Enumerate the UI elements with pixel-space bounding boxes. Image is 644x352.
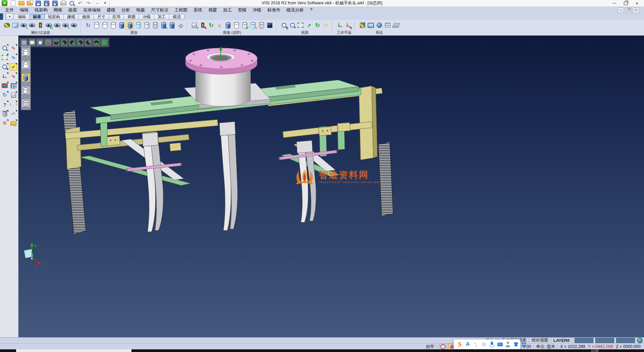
mesh-mode-icon[interactable] — [151, 21, 159, 30]
view-iso-cube[interactable] — [101, 39, 108, 46]
white-image-icon[interactable] — [232, 21, 240, 30]
minimize-button[interactable] — [608, 0, 620, 6]
select-window-icon[interactable] — [1, 54, 8, 61]
viewport-axis-icon[interactable] — [45, 39, 52, 46]
toolbar-options-icon[interactable]: ▼ — [102, 0, 108, 6]
snap-record-icon[interactable] — [439, 344, 447, 350]
mesh-image-icon[interactable] — [258, 21, 265, 30]
toolbar-tab[interactable]: 模流 — [169, 14, 184, 20]
shaded-edges-mode-icon[interactable] — [126, 21, 134, 30]
wireframe-mode-icon[interactable] — [93, 21, 100, 30]
dashed-hidden-mode-icon[interactable] — [109, 21, 117, 30]
toolbar-tab[interactable]: 编辑 — [14, 14, 30, 20]
sketch-curve-icon[interactable]: ∿ — [10, 54, 17, 61]
menu-item[interactable]: ? — [307, 7, 315, 13]
view-orientation-icon[interactable]: ☺ — [322, 21, 330, 30]
display-shaded-icon[interactable] — [22, 74, 30, 82]
taskbar-window-button[interactable] — [16, 349, 131, 352]
save-all-icon[interactable]: ↻ — [52, 0, 58, 6]
toolbar-tab[interactable]: 冲模 — [139, 14, 154, 20]
recent-files-icon[interactable]: ◔ — [94, 0, 100, 6]
ime-mode-icon[interactable]: A — [465, 341, 471, 348]
menu-item[interactable]: 标准件 — [264, 7, 283, 13]
shaded-image-icon[interactable] — [224, 21, 232, 30]
filter-traffic-light-icon[interactable] — [37, 21, 44, 30]
menu-item[interactable]: 尺寸标注 — [148, 7, 171, 13]
open-file-icon[interactable] — [18, 0, 24, 6]
flat-shaded-mode-icon[interactable] — [143, 21, 151, 30]
save-icon[interactable] — [35, 0, 41, 6]
menu-item[interactable]: 实体编辑 — [80, 7, 104, 13]
view-right-cube[interactable] — [69, 39, 76, 46]
zoom-window-icon[interactable] — [297, 21, 305, 30]
transparent-mode-icon[interactable] — [135, 21, 142, 30]
regen-graphics-icon[interactable]: ↻ — [84, 21, 92, 30]
menu-item[interactable]: 加工 — [220, 7, 235, 13]
view-bottom-cube[interactable] — [93, 39, 100, 46]
close-button[interactable]: × — [631, 0, 643, 6]
apply-graphics-icon[interactable]: → — [168, 21, 176, 30]
view-left-cube[interactable] — [77, 39, 84, 46]
toolbar-tab[interactable]: 标准 — [30, 14, 45, 20]
toolbar-tab[interactable]: 曲面 — [79, 14, 94, 20]
zoom-extents-icon[interactable] — [288, 21, 296, 30]
menu-item[interactable]: 编辑 — [17, 7, 32, 13]
display-flat-icon[interactable] — [22, 86, 30, 94]
menu-item[interactable]: 冲模 — [250, 7, 264, 13]
layer-color-swatch-2[interactable] — [595, 338, 614, 343]
display-settings-icon[interactable] — [367, 21, 375, 30]
attribute-paint-icon[interactable] — [3, 21, 11, 30]
delete-entity-icon[interactable]: ✎ — [10, 44, 17, 52]
restore-button[interactable] — [620, 0, 631, 6]
zoom-dynamic-icon[interactable] — [1, 44, 8, 52]
toolbar-tab[interactable]: 应用 — [109, 14, 124, 20]
measure-icon[interactable] — [10, 101, 17, 108]
toolbar-tab[interactable]: 线架构 — [45, 14, 64, 20]
layer-color-swatch-3[interactable] — [616, 338, 635, 343]
toolbar-tab[interactable]: 尺寸 — [94, 14, 109, 20]
regen-screen-icon[interactable]: ↻ — [1, 91, 8, 99]
toggle-image-icon[interactable]: ± — [216, 21, 223, 30]
workplane-grid-icon[interactable] — [392, 21, 400, 30]
navigation-wheel-icon[interactable]: ☸ — [1, 120, 8, 127]
validate-image-icon[interactable]: ✔ — [241, 21, 249, 30]
menu-item[interactable]: 视窗 — [205, 7, 220, 13]
pan-view-icon[interactable]: ↗ — [305, 21, 313, 30]
view-top-cube[interactable] — [53, 39, 60, 46]
query-icon[interactable]: ? — [1, 101, 8, 108]
menu-item[interactable]: 曲面 — [65, 7, 80, 13]
ime-emoji-icon[interactable]: ☺ — [481, 341, 487, 348]
zoom-solid-icon[interactable]: + — [1, 63, 8, 71]
refresh-visibility-icon[interactable]: ↻ — [45, 21, 53, 30]
menu-item[interactable]: 建模 — [104, 7, 118, 13]
refresh-image-icon[interactable]: ↻ — [207, 21, 215, 30]
layer-color-swatch-1[interactable] — [575, 338, 593, 343]
ime-account-icon[interactable] — [505, 341, 511, 348]
ucs-axis-icon[interactable] — [1, 73, 8, 80]
menu-item[interactable]: 工程图 — [171, 7, 191, 13]
graphics-settings-icon[interactable] — [176, 21, 184, 30]
shaded-mode-icon[interactable] — [118, 21, 125, 30]
menu-item[interactable]: 分析 — [118, 7, 133, 13]
toolbar-tab[interactable]: 加工 — [154, 14, 169, 20]
system-globe-icon[interactable] — [375, 21, 383, 30]
hide-entities-icon[interactable]: − — [28, 21, 36, 30]
copy-graphics-icon[interactable]: + — [160, 21, 167, 30]
hide-all-icon[interactable]: − — [70, 21, 78, 30]
menu-item[interactable]: 电极 — [133, 7, 148, 13]
image-preview-icon[interactable] — [11, 21, 19, 30]
solid-cube-image-icon[interactable] — [266, 21, 274, 30]
globe-icon[interactable] — [637, 338, 643, 343]
toolbar-tab[interactable]: 塑膜 — [124, 14, 139, 20]
save-as-icon[interactable]: ✎ — [43, 0, 50, 6]
mdi-close-button[interactable]: × — [633, 7, 639, 13]
window-panes-icon[interactable] — [10, 82, 17, 89]
3d-viewport[interactable]: Y X 智造资料网 — [18, 36, 644, 337]
transparent-image-icon[interactable]: + — [249, 21, 257, 30]
view-mode-label[interactable]: 绝对视图 — [532, 338, 548, 343]
toolbar-tab[interactable]: 建模 — [64, 14, 79, 20]
new-file-icon[interactable] — [10, 0, 16, 6]
display-mesh-icon[interactable] — [22, 99, 30, 107]
toggle-visibility-icon[interactable]: ± — [53, 21, 61, 30]
menu-item[interactable]: 模流分析 — [283, 7, 307, 13]
